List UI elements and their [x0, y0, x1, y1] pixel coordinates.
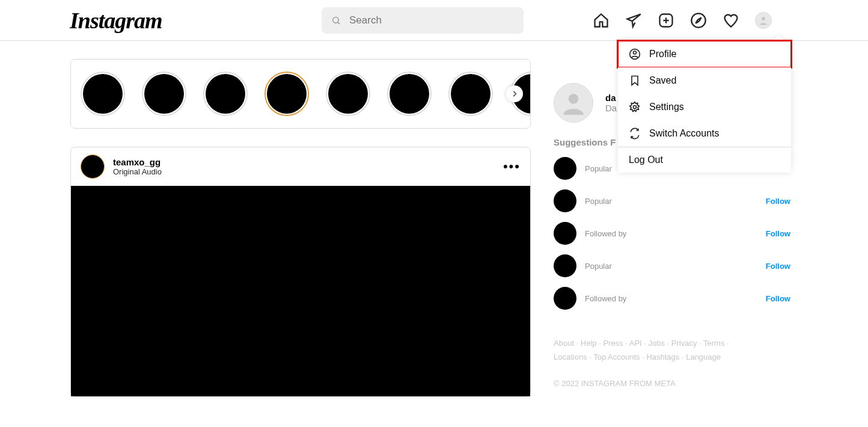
messages-icon[interactable] — [625, 12, 642, 29]
suggestion-item: Followed by Follow — [554, 287, 798, 310]
follow-button[interactable]: Follow — [766, 294, 790, 303]
profile-icon — [629, 48, 641, 60]
suggestion-meta: Followed by — [585, 294, 626, 303]
story-item[interactable] — [203, 72, 248, 116]
svg-marker-6 — [695, 17, 701, 23]
post-subtext[interactable]: Original Audio — [113, 167, 162, 176]
dropdown-switch[interactable]: Switch Accounts — [618, 120, 791, 147]
dropdown-profile[interactable]: Profile — [618, 41, 791, 67]
post-avatar[interactable] — [81, 155, 105, 179]
footer-links-line1[interactable]: About · Help · Press · API · Jobs · Priv… — [554, 339, 729, 348]
post: teamxo_gg Original Audio ••• — [70, 147, 531, 397]
settings-icon — [629, 101, 641, 113]
suggestion-meta: Popular — [585, 197, 612, 206]
follow-button[interactable]: Follow — [766, 262, 790, 271]
home-icon[interactable] — [593, 12, 610, 29]
story-item[interactable] — [142, 72, 186, 116]
svg-point-7 — [762, 17, 765, 20]
suggestion-item: Popular Follow — [554, 254, 798, 277]
suggestion-avatar[interactable] — [554, 287, 576, 310]
dropdown-logout-label: Log Out — [629, 155, 663, 165]
search-box[interactable] — [322, 7, 524, 34]
suggestion-avatar[interactable] — [554, 189, 576, 212]
story-item[interactable] — [448, 72, 493, 116]
dropdown-settings-label: Settings — [649, 102, 684, 112]
dropdown-profile-label: Profile — [649, 49, 676, 60]
story-item[interactable] — [81, 72, 125, 116]
post-username[interactable]: teamxo_gg — [113, 157, 162, 167]
story-item[interactable] — [264, 72, 309, 116]
story-item[interactable] — [387, 72, 432, 116]
switch-icon — [629, 127, 641, 140]
profile-avatar-nav[interactable] — [755, 12, 772, 29]
copyright: © 2022 Instagram from Meta — [554, 379, 798, 388]
stories-next-button[interactable] — [506, 85, 523, 102]
logo[interactable]: Instagram — [70, 7, 162, 34]
footer-links-line2[interactable]: Locations · Top Accounts · Hashtags · La… — [554, 352, 721, 361]
suggestion-avatar[interactable] — [554, 254, 576, 277]
suggestion-avatar[interactable] — [554, 157, 576, 180]
chevron-right-icon — [510, 90, 519, 98]
search-input[interactable] — [349, 14, 514, 26]
profile-dropdown: Profile Saved Settings Switch Accounts L… — [618, 41, 791, 173]
suggestion-item: Popular Follow — [554, 189, 798, 212]
suggestion-avatar[interactable] — [554, 222, 576, 245]
story-item[interactable] — [326, 72, 370, 116]
profile-avatar[interactable] — [554, 83, 593, 123]
post-media[interactable] — [71, 186, 530, 396]
profile-displayname: Da — [605, 103, 617, 113]
footer-links: About · Help · Press · API · Jobs · Priv… — [554, 336, 798, 364]
explore-icon[interactable] — [690, 12, 707, 29]
svg-line-1 — [338, 22, 340, 23]
suggestion-meta: Popular — [585, 164, 612, 173]
stories-tray — [70, 59, 531, 129]
bookmark-icon — [629, 75, 641, 87]
header: Instagram Profile Saved — [0, 0, 868, 41]
svg-point-9 — [634, 51, 637, 54]
svg-point-5 — [691, 13, 705, 27]
dropdown-switch-label: Switch Accounts — [649, 128, 720, 139]
suggestion-meta: Followed by — [585, 229, 626, 238]
svg-point-11 — [569, 94, 579, 104]
dropdown-logout[interactable]: Log Out — [618, 147, 791, 173]
create-icon[interactable] — [658, 12, 674, 29]
dropdown-saved-label: Saved — [649, 75, 676, 86]
svg-point-10 — [634, 106, 637, 109]
dropdown-settings[interactable]: Settings — [618, 94, 791, 120]
follow-button[interactable]: Follow — [766, 197, 790, 206]
dropdown-saved[interactable]: Saved — [618, 67, 791, 94]
follow-button[interactable]: Follow — [766, 229, 790, 238]
suggestion-meta: Popular — [585, 262, 612, 271]
profile-username[interactable]: da — [605, 93, 617, 103]
post-more-button[interactable]: ••• — [503, 159, 521, 174]
suggestion-item: Followed by Follow — [554, 222, 798, 245]
svg-point-0 — [333, 17, 338, 22]
activity-icon[interactable] — [723, 12, 739, 29]
search-icon — [331, 15, 341, 26]
